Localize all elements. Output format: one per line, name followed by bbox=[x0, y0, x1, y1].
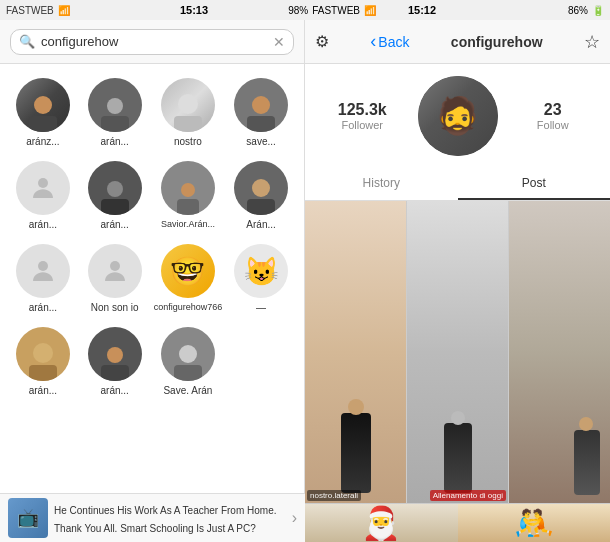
ad-text: He Continues His Work As A Teacher From … bbox=[54, 505, 277, 534]
ad-icon: 📺 bbox=[8, 498, 48, 538]
left-panel: 🔍 ✕ aránz... bbox=[0, 20, 305, 542]
list-item[interactable]: arán... bbox=[80, 155, 150, 236]
tab-post[interactable]: Post bbox=[458, 168, 611, 200]
time-right: 15:12 bbox=[382, 0, 462, 20]
ad-image-2: 🤼 bbox=[458, 504, 611, 542]
ad-bar-left: 📺 He Continues His Work As A Teacher Fro… bbox=[0, 493, 305, 542]
avatar-placeholder bbox=[16, 244, 70, 298]
list-item[interactable]: Non son io bbox=[80, 238, 150, 319]
result-label: configurehow766 bbox=[154, 302, 223, 312]
list-item[interactable]: Savior.Arán... bbox=[152, 155, 225, 236]
svg-point-0 bbox=[38, 178, 48, 188]
avatar bbox=[16, 78, 70, 132]
battery-icon-right: 🔋 bbox=[592, 5, 604, 16]
result-label: arán... bbox=[10, 385, 76, 396]
back-label: Back bbox=[378, 34, 409, 50]
clear-search-button[interactable]: ✕ bbox=[273, 34, 285, 50]
result-label: arán... bbox=[10, 302, 76, 313]
svg-point-1 bbox=[38, 261, 48, 271]
battery-right: 86% bbox=[568, 5, 588, 16]
result-label: arán... bbox=[82, 136, 148, 147]
back-button[interactable]: ‹ Back bbox=[370, 31, 409, 52]
avatar bbox=[88, 327, 142, 381]
result-label: arán... bbox=[10, 219, 76, 230]
ad-arrow-button[interactable]: › bbox=[292, 509, 297, 527]
post-thumbnail-1[interactable]: nostro.laterali bbox=[305, 201, 406, 503]
result-label: aránz... bbox=[10, 136, 76, 147]
profile-stats: 125.3k Follower 🧔 23 Follow bbox=[305, 64, 610, 168]
wifi-icon-right: 📶 bbox=[364, 5, 376, 16]
result-label: Non son io bbox=[82, 302, 148, 313]
result-label: arán... bbox=[82, 385, 148, 396]
bookmark-button[interactable]: ☆ bbox=[584, 31, 600, 53]
list-item[interactable]: aránz... bbox=[8, 72, 78, 153]
result-label: Save. Arán bbox=[154, 385, 223, 396]
avatar bbox=[88, 78, 142, 132]
result-label: arán... bbox=[82, 219, 148, 230]
nav-bar-left: 🔍 ✕ bbox=[0, 20, 304, 64]
profile-avatar[interactable]: 🧔 bbox=[418, 76, 498, 156]
result-label: nostro bbox=[154, 136, 223, 147]
post-thumbnail-3[interactable] bbox=[508, 201, 610, 503]
list-item[interactable]: arán... bbox=[80, 72, 150, 153]
post-label-1: nostro.laterali bbox=[307, 490, 361, 501]
nav-bar-right: ⚙ ‹ Back configurehow ☆ bbox=[305, 20, 610, 64]
results-grid: aránz... arán... bbox=[8, 72, 296, 402]
profile-tabs: History Post bbox=[305, 168, 610, 201]
battery-left: 98% bbox=[288, 5, 308, 16]
post-label-2: Allenamento di oggi bbox=[430, 490, 506, 501]
avatar bbox=[234, 78, 288, 132]
svg-point-2 bbox=[110, 261, 120, 271]
gear-button[interactable]: ⚙ bbox=[315, 32, 329, 51]
search-results: aránz... arán... bbox=[0, 64, 304, 493]
list-item[interactable]: save... bbox=[226, 72, 296, 153]
main-content: 🔍 ✕ aránz... bbox=[0, 20, 610, 542]
list-item[interactable]: Save. Arán bbox=[152, 321, 225, 402]
list-item[interactable]: nostro bbox=[152, 72, 225, 153]
result-label: Arán... bbox=[228, 219, 294, 230]
search-input[interactable] bbox=[41, 34, 267, 49]
follow-count: 23 bbox=[544, 101, 562, 119]
follow-stat: 23 Follow bbox=[504, 101, 603, 131]
avatar bbox=[161, 78, 215, 132]
list-item[interactable]: 🤓 configurehow766 bbox=[152, 238, 225, 319]
post-thumbnail-2[interactable]: Allenamento di oggi bbox=[406, 201, 508, 503]
list-item[interactable]: arán... bbox=[80, 321, 150, 402]
right-panel: ⚙ ‹ Back configurehow ☆ 125.3k Follower … bbox=[305, 20, 610, 542]
ad-bar-right: 🎅 🤼 bbox=[305, 503, 610, 542]
wifi-icon-left: 📶 bbox=[58, 5, 70, 16]
result-label: Savior.Arán... bbox=[154, 219, 223, 229]
result-label: save... bbox=[228, 136, 294, 147]
profile-username-title: configurehow bbox=[451, 34, 543, 50]
avatar bbox=[88, 161, 142, 215]
avatar bbox=[16, 327, 70, 381]
back-chevron-icon: ‹ bbox=[370, 31, 376, 52]
search-icon: 🔍 bbox=[19, 34, 35, 49]
list-item[interactable]: arán... bbox=[8, 321, 78, 402]
list-item[interactable]: 😺 — bbox=[226, 238, 296, 319]
search-bar[interactable]: 🔍 ✕ bbox=[10, 29, 294, 55]
avatar bbox=[161, 161, 215, 215]
result-label: — bbox=[228, 302, 294, 313]
follower-label: Follower bbox=[341, 119, 383, 131]
follower-count: 125.3k bbox=[338, 101, 387, 119]
follower-stat: 125.3k Follower bbox=[313, 101, 412, 131]
ad-text-wrap: He Continues His Work As A Teacher From … bbox=[54, 500, 286, 536]
post-grid: nostro.laterali Allenamento di oggi bbox=[305, 201, 610, 503]
carrier-left: FASTWEB bbox=[6, 5, 54, 16]
avatar bbox=[234, 161, 288, 215]
time-left: 15:13 bbox=[154, 0, 234, 20]
list-item[interactable]: Arán... bbox=[226, 155, 296, 236]
avatar: 🤓 bbox=[161, 244, 215, 298]
status-bars: FASTWEB 📶 15:13 98% FASTWEB 📶 15:12 86% … bbox=[0, 0, 610, 20]
tab-history[interactable]: History bbox=[305, 168, 458, 200]
avatar-placeholder bbox=[88, 244, 142, 298]
carrier-right: FASTWEB bbox=[312, 5, 360, 16]
avatar: 😺 bbox=[234, 244, 288, 298]
avatar-placeholder bbox=[16, 161, 70, 215]
follow-label: Follow bbox=[537, 119, 569, 131]
list-item[interactable]: arán... bbox=[8, 238, 78, 319]
ad-image-1: 🎅 bbox=[305, 504, 458, 542]
list-item[interactable]: arán... bbox=[8, 155, 78, 236]
status-bar-left: FASTWEB 📶 bbox=[0, 0, 154, 20]
